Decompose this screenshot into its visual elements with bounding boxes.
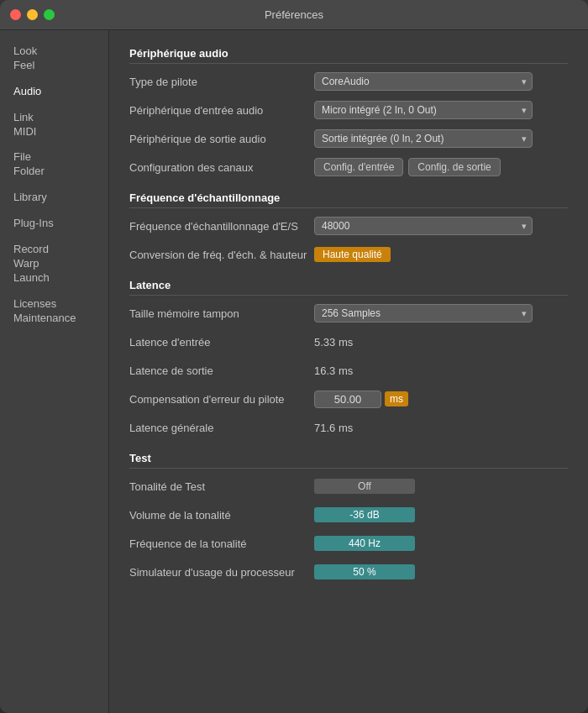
row-conversion-freq: Conversion de fréq. d'éch. & hauteur Hau… [129,244,568,265]
section-test: Test [129,452,568,469]
row-tonalite-test: Tonalité de Test Off [129,475,568,497]
close-button[interactable] [10,9,21,20]
sidebar-item-file-folder[interactable]: File Folder [0,144,108,185]
row-latence-generale: Latence générale 71.6 ms [129,417,568,438]
label-frequence-tonalite: Fréquence de la tonalité [129,537,314,550]
value-latence-generale: 71.6 ms [314,422,353,434]
main-panel: Périphérique audio Type de pilote CoreAu… [109,30,588,713]
sidebar-item-audio[interactable]: Audio [0,79,108,105]
badge-tonalite-off[interactable]: Off [314,479,415,494]
control-volume-tonalite: -36 dB [314,507,568,522]
select-type-pilote[interactable]: CoreAudio [314,72,533,91]
control-sortie-audio: Sortie intégrée (0 In, 2 Out) [314,129,568,148]
control-freq-es: 44100 48000 88200 96000 [314,217,568,235]
label-latence-entree: Latence d'entrée [129,336,314,349]
row-latence-sortie: Latence de sortie 16.3 ms [129,359,568,381]
row-taille-tampon: Taille mémoire tampon 128 Samples 256 Sa… [129,302,568,324]
sidebar-item-look-feel[interactable]: Look Feel [0,39,108,79]
label-taille-tampon: Taille mémoire tampon [129,307,314,320]
select-sortie-audio[interactable]: Sortie intégrée (0 In, 2 Out) [314,129,533,148]
badge-processeur-percent[interactable]: 50 % [314,564,415,579]
content-area: Look Feel Audio Link MIDI File Folder Li… [0,30,588,713]
badge-volume-db[interactable]: -36 dB [314,507,415,522]
btn-config-entree[interactable]: Config. d'entrée [314,158,403,176]
select-wrapper-type-pilote[interactable]: CoreAudio [314,72,533,91]
section-frequence: Fréquence d'échantillonnage [129,191,568,208]
sidebar-item-licenses-maintenance[interactable]: Licenses Maintenance [0,291,108,332]
label-latence-sortie: Latence de sortie [129,364,314,377]
control-simulateur-processeur: 50 % [314,564,568,579]
badge-ms: ms [385,391,408,406]
label-entree-audio: Périphérique d'entrée audio [129,104,314,117]
badge-frequence-hz[interactable]: 440 Hz [314,536,415,551]
control-compensation-erreur: ms [314,391,568,408]
select-entree-audio[interactable]: Micro intégré (2 In, 0 Out) [314,101,533,119]
sidebar-item-library[interactable]: Library [0,185,108,211]
section-peripherique-audio: Périphérique audio [129,47,568,64]
row-freq-es: Fréquence d'échantillonnage d'E/S 44100 … [129,215,568,237]
select-wrapper-taille-tampon[interactable]: 128 Samples 256 Samples 512 Samples [314,304,533,322]
row-latence-entree: Latence d'entrée 5.33 ms [129,331,568,353]
control-frequence-tonalite: 440 Hz [314,536,568,551]
btn-config-sortie[interactable]: Config. de sortie [408,158,500,176]
row-frequence-tonalite: Fréquence de la tonalité 440 Hz [129,532,568,554]
window-title: Préférences [265,8,323,21]
row-config-canaux: Configuration des canaux Config. d'entré… [129,156,568,178]
control-entree-audio: Micro intégré (2 In, 0 Out) [314,101,568,119]
sidebar-item-plug-ins[interactable]: Plug-Ins [0,211,108,237]
label-type-pilote: Type de pilote [129,76,314,88]
label-volume-tonalite: Volume de la tonalité [129,509,314,522]
control-taille-tampon: 128 Samples 256 Samples 512 Samples [314,304,568,322]
control-config-canaux: Config. d'entrée Config. de sortie [314,158,568,176]
badge-haute-qualite[interactable]: Haute qualité [314,247,391,262]
control-tonalite-test: Off [314,479,568,494]
label-compensation-erreur: Compensation d'erreur du pilote [129,393,314,406]
label-simulateur-processeur: Simulateur d'usage du processeur [129,566,314,579]
label-config-canaux: Configuration des canaux [129,161,314,174]
control-type-pilote: CoreAudio [314,72,568,91]
control-latence-entree: 5.33 ms [314,336,568,349]
label-tonalite-test: Tonalité de Test [129,480,314,493]
select-wrapper-sortie-audio[interactable]: Sortie intégrée (0 In, 2 Out) [314,129,533,148]
maximize-button[interactable] [44,9,55,20]
window-controls [10,9,55,20]
sidebar-item-record-warp-launch[interactable]: Record Warp Launch [0,237,108,291]
sidebar: Look Feel Audio Link MIDI File Folder Li… [0,30,109,713]
section-latence: Latence [129,279,568,296]
label-sortie-audio: Périphérique de sortie audio [129,133,314,145]
value-latence-entree: 5.33 ms [314,336,353,349]
control-latence-sortie: 16.3 ms [314,364,568,377]
sidebar-item-link-midi[interactable]: Link MIDI [0,105,108,145]
select-freq-es[interactable]: 44100 48000 88200 96000 [314,217,533,235]
select-taille-tampon[interactable]: 128 Samples 256 Samples 512 Samples [314,304,533,322]
label-freq-es: Fréquence d'échantillonnage d'E/S [129,220,314,233]
select-wrapper-entree-audio[interactable]: Micro intégré (2 In, 0 Out) [314,101,533,119]
label-latence-generale: Latence générale [129,422,314,434]
row-simulateur-processeur: Simulateur d'usage du processeur 50 % [129,561,568,583]
row-volume-tonalite: Volume de la tonalité -36 dB [129,504,568,526]
control-conversion-freq: Haute qualité [314,247,568,262]
value-latence-sortie: 16.3 ms [314,364,353,377]
minimize-button[interactable] [27,9,38,20]
select-wrapper-freq-es[interactable]: 44100 48000 88200 96000 [314,217,533,235]
label-conversion-freq: Conversion de fréq. d'éch. & hauteur [129,249,314,261]
row-sortie-audio: Périphérique de sortie audio Sortie inté… [129,128,568,149]
input-compensation-value[interactable] [314,391,381,408]
titlebar: Préférences [0,0,588,30]
row-entree-audio: Périphérique d'entrée audio Micro intégr… [129,99,568,121]
preferences-window: Préférences Look Feel Audio Link MIDI Fi… [0,0,588,713]
row-compensation-erreur: Compensation d'erreur du pilote ms [129,388,568,410]
row-type-pilote: Type de pilote CoreAudio [129,71,568,92]
control-latence-generale: 71.6 ms [314,422,568,434]
